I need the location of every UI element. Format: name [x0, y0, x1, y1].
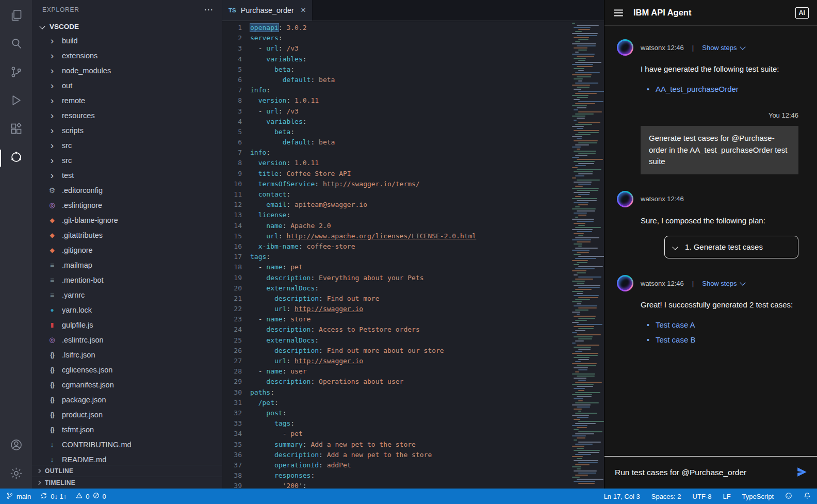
- code-line[interactable]: 38 responses:: [222, 470, 568, 481]
- section-outline[interactable]: OUTLINE: [32, 465, 222, 477]
- code-line[interactable]: 10 termsOfService: http://swagger.io/ter…: [222, 179, 568, 189]
- tree-item[interactable]: {} cglicenses.json: [32, 362, 222, 377]
- indentation-indicator[interactable]: Spaces: 2: [651, 493, 681, 500]
- activity-explorer-button[interactable]: [0, 2, 32, 30]
- sync-indicator[interactable]: 0↓ 1↑: [40, 492, 67, 501]
- tree-item[interactable]: ≡ .mention-bot: [32, 272, 222, 287]
- tree-item[interactable]: ● yarn.lock: [32, 302, 222, 317]
- code-line[interactable]: 29 description: Operations about user: [222, 377, 568, 387]
- tree-item[interactable]: › build: [32, 33, 222, 48]
- tree-item[interactable]: ◎ .eslintignore: [32, 198, 222, 213]
- tree-item[interactable]: ▮ gulpfile.js: [32, 317, 222, 332]
- hamburger-menu-icon[interactable]: [613, 7, 624, 19]
- activity-extensions-button[interactable]: [0, 116, 32, 144]
- code-line[interactable]: 37 operationId: addPet: [222, 460, 568, 470]
- activity-source-control-button[interactable]: [0, 59, 32, 87]
- activity-account-button[interactable]: [0, 432, 32, 460]
- tree-item[interactable]: › src: [32, 153, 222, 168]
- code-line[interactable]: 35 summary: Add a new pet to the store: [222, 440, 568, 450]
- code-line[interactable]: 2 servers:: [222, 33, 568, 43]
- code-line[interactable]: 7 info:: [222, 148, 568, 158]
- code-line[interactable]: 27 url: http://swagger.io: [222, 356, 568, 366]
- tab-purchase-order[interactable]: TS Purchase_order ×: [222, 0, 313, 21]
- chat-input[interactable]: [614, 467, 791, 478]
- code-line[interactable]: 39 '200':: [222, 481, 568, 489]
- code-line[interactable]: 31 /pet:: [222, 398, 568, 408]
- notifications-button[interactable]: [804, 492, 811, 501]
- tree-item[interactable]: › out: [32, 78, 222, 93]
- code-line[interactable]: 18 - name: pet: [222, 262, 568, 272]
- code-line[interactable]: 12 email: apiteam@swagger.io: [222, 200, 568, 210]
- tree-item[interactable]: ◆ .gitignore: [32, 242, 222, 257]
- tree-root-vscode[interactable]: VSCODE: [32, 20, 222, 33]
- cursor-position[interactable]: Ln 17, Col 3: [604, 493, 640, 500]
- tree-item[interactable]: › scripts: [32, 123, 222, 138]
- encoding-indicator[interactable]: UTF-8: [693, 493, 712, 500]
- tree-item[interactable]: › test: [32, 168, 222, 183]
- code-line[interactable]: 5 beta:: [222, 64, 568, 75]
- code-line[interactable]: 17 tags:: [222, 252, 568, 262]
- test-case-link[interactable]: Test case B: [656, 334, 696, 346]
- tree-item[interactable]: ◎ .eslintrc.json: [32, 332, 222, 347]
- activity-settings-button[interactable]: [0, 460, 32, 489]
- minimap[interactable]: [571, 21, 603, 489]
- code-line[interactable]: 28 - name: user: [222, 366, 568, 377]
- code-line[interactable]: 26 description: Find out more about our …: [222, 346, 568, 356]
- send-button[interactable]: [796, 466, 808, 479]
- code-line[interactable]: 21 description: Find out more: [222, 294, 568, 304]
- code-line[interactable]: 14 name: Apache 2.0: [222, 221, 568, 231]
- tree-item[interactable]: {} product.json: [32, 407, 222, 422]
- tree-item[interactable]: ◆ .git-blame-ignore: [32, 213, 222, 227]
- code-line[interactable]: 3 - url: /v3: [222, 106, 568, 117]
- tree-item[interactable]: › src: [32, 138, 222, 153]
- tree-item[interactable]: {} cgmanifest.json: [32, 377, 222, 392]
- code-line[interactable]: 24 description: Access to Petstore order…: [222, 324, 568, 335]
- code-line[interactable]: 8 version: 1.0.11: [222, 158, 568, 168]
- tree-item[interactable]: › extensions: [32, 48, 222, 63]
- show-steps-link[interactable]: Show steps: [702, 280, 745, 287]
- code-line[interactable]: 33 tags:: [222, 418, 568, 429]
- section-timeline[interactable]: TIMELINE: [32, 477, 222, 489]
- test-suite-link[interactable]: AA_test_purchaseOrder: [656, 84, 739, 95]
- show-steps-link[interactable]: Show steps: [702, 44, 745, 52]
- tree-item[interactable]: {} package.json: [32, 392, 222, 407]
- tree-item[interactable]: {} .lsifrc.json: [32, 347, 222, 362]
- code-line[interactable]: 6 default: beta: [222, 137, 568, 148]
- code-line[interactable]: 32 post:: [222, 408, 568, 418]
- code-editor[interactable]: 1 openapi: 3.0.2 2 servers: 3 - url: /v3: [222, 21, 604, 489]
- eol-indicator[interactable]: LF: [723, 493, 730, 500]
- code-line[interactable]: 30 paths:: [222, 387, 568, 398]
- code-line[interactable]: 25 externalDocs:: [222, 335, 568, 346]
- tree-item[interactable]: › node_modules: [32, 63, 222, 78]
- tree-item[interactable]: › resources: [32, 108, 222, 123]
- tree-item[interactable]: ◆ .gitattributes: [32, 227, 222, 242]
- activity-run-debug-button[interactable]: [0, 87, 32, 116]
- plan-accordion[interactable]: 1. Generate test cases: [664, 236, 798, 258]
- code-line[interactable]: 9 title: Coffee Store API: [222, 169, 568, 179]
- code-line[interactable]: 8 version: 1.0.11: [222, 95, 568, 106]
- problems-indicator[interactable]: 0 0: [76, 492, 106, 500]
- tree-item[interactable]: ≡ .yarnrc: [32, 287, 222, 302]
- code-line[interactable]: 16 x-ibm-name: coffee-store: [222, 241, 568, 252]
- tree-item[interactable]: ≡ .mailmap: [32, 257, 222, 272]
- code-line[interactable]: 19 description: Everything about your Pe…: [222, 273, 568, 283]
- code-line[interactable]: 34 - pet: [222, 429, 568, 439]
- activity-api-agent-button[interactable]: [0, 144, 32, 172]
- tree-item[interactable]: {} tsfmt.json: [32, 422, 222, 437]
- tree-item[interactable]: ↓ CONTRIBUTING.md: [32, 437, 222, 452]
- tab-close-icon[interactable]: ×: [301, 5, 306, 15]
- code-line[interactable]: 22 url: http://swagger.io: [222, 304, 568, 314]
- code-line[interactable]: 15 url: http://www.apache.org/licenses/L…: [222, 231, 568, 241]
- test-case-link[interactable]: Test case A: [656, 319, 695, 331]
- code-line[interactable]: 5 beta:: [222, 127, 568, 137]
- code-line[interactable]: 1 openapi: 3.0.2: [222, 23, 568, 33]
- tree-item[interactable]: ↓ README.md: [32, 452, 222, 465]
- code-line[interactable]: 6 default: beta: [222, 75, 568, 85]
- branch-indicator[interactable]: main: [6, 492, 31, 501]
- language-indicator[interactable]: TypeScript: [742, 493, 774, 500]
- code-line[interactable]: 20 externalDocs:: [222, 283, 568, 294]
- code-line[interactable]: 23 - name: store: [222, 314, 568, 324]
- code-line[interactable]: 36 description: Add a new pet to the sto…: [222, 450, 568, 460]
- code-line[interactable]: 4 variables:: [222, 54, 568, 64]
- tree-item[interactable]: ⚙ .editorconfig: [32, 183, 222, 198]
